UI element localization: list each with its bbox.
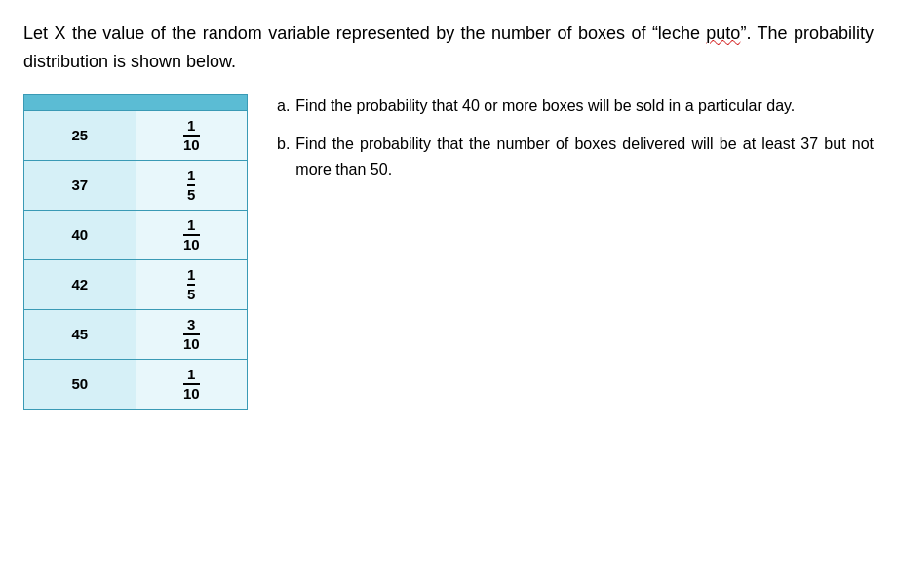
table-row: 45 3 10 <box>24 309 248 359</box>
table-cell-x: 25 <box>24 110 136 160</box>
questions-area: a. Find the probability that 40 or more … <box>277 94 874 196</box>
table-cell-x: 50 <box>24 359 136 409</box>
question-item: b. Find the probability that the number … <box>277 132 874 181</box>
table-cell-x: 42 <box>24 259 136 309</box>
table-container: 25 1 10 37 1 5 40 1 10 42 1 5 45 3 10 50… <box>23 94 248 410</box>
table-cell-px: 1 5 <box>136 160 248 210</box>
fraction: 1 10 <box>183 118 200 154</box>
question-text: Find the probability that 40 or more box… <box>295 94 874 119</box>
table-cell-px: 3 10 <box>136 309 248 359</box>
probability-table: 25 1 10 37 1 5 40 1 10 42 1 5 45 3 10 50… <box>23 94 248 410</box>
intro-text: Let X the value of the random variable r… <box>23 20 874 76</box>
question-item: a. Find the probability that 40 or more … <box>277 94 874 119</box>
table-row: 42 1 5 <box>24 259 248 309</box>
fraction: 1 10 <box>183 217 200 254</box>
question-text: Find the probability that the number of … <box>295 132 874 181</box>
fraction: 1 5 <box>187 267 195 303</box>
table-cell-x: 37 <box>24 160 136 210</box>
table-cell-x: 40 <box>24 210 136 259</box>
content-area: 25 1 10 37 1 5 40 1 10 42 1 5 45 3 10 50… <box>23 94 874 410</box>
col-header-px <box>136 94 248 110</box>
question-label: b. <box>277 132 290 181</box>
col-header-x <box>24 94 136 110</box>
table-row: 50 1 10 <box>24 359 248 409</box>
fraction: 1 5 <box>187 168 195 204</box>
table-row: 37 1 5 <box>24 160 248 210</box>
table-cell-px: 1 10 <box>136 110 248 160</box>
leche-puto-text: puto <box>706 23 740 43</box>
table-cell-x: 45 <box>24 309 136 359</box>
table-cell-px: 1 10 <box>136 210 248 259</box>
table-row: 40 1 10 <box>24 210 248 259</box>
question-label: a. <box>277 94 290 119</box>
table-cell-px: 1 10 <box>136 359 248 409</box>
table-row: 25 1 10 <box>24 110 248 160</box>
table-cell-px: 1 5 <box>136 259 248 309</box>
fraction: 1 10 <box>183 367 200 403</box>
fraction: 3 10 <box>183 317 200 353</box>
